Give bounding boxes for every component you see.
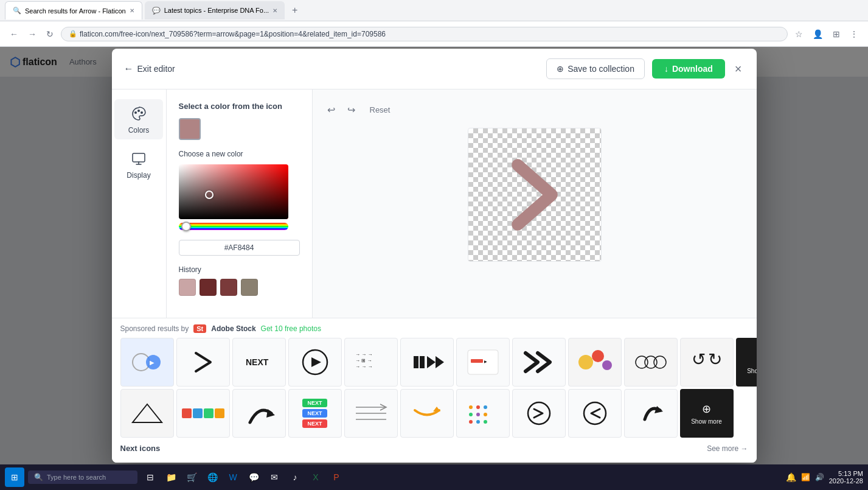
- download-button[interactable]: ↓ Download: [652, 59, 725, 79]
- history-title: History: [179, 265, 300, 274]
- thumb-r2-1[interactable]: [120, 389, 174, 438]
- svg-rect-14: [420, 356, 425, 368]
- thumbnail-row-1: ▶ NEXT → → → → ⊞ →: [120, 338, 748, 387]
- thumb-r2-9[interactable]: [568, 389, 622, 438]
- reset-button[interactable]: Reset: [365, 103, 395, 117]
- taskbar-time: 5:13 PM 2020-12-28: [829, 470, 863, 485]
- taskbar-icon-store[interactable]: 🛒: [182, 468, 201, 486]
- redo-button[interactable]: ↪: [345, 102, 358, 118]
- tab-bar: 🔍 Search results for Arrow - Flaticon ✕ …: [0, 0, 307, 21]
- header-right: ⊕ Save to collection ↓ Download ×: [546, 58, 744, 79]
- refresh-button[interactable]: ↻: [44, 27, 56, 41]
- start-button[interactable]: ⊞: [5, 467, 24, 487]
- thumb-1[interactable]: ▶: [120, 338, 174, 387]
- show-more-plus-icon-2: ⊕: [702, 402, 711, 416]
- taskbar-icon-chat[interactable]: 💬: [245, 468, 263, 486]
- svg-point-44: [584, 402, 606, 424]
- see-more-label: See more →: [707, 444, 748, 453]
- thumb-r2-4[interactable]: NEXT NEXT NEXT: [288, 389, 342, 438]
- tab-active[interactable]: 🔍 Search results for Arrow - Flaticon ✕: [5, 1, 142, 19]
- taskbar-icon-excel[interactable]: X: [307, 468, 325, 486]
- svg-marker-29: [266, 409, 275, 418]
- svg-point-34: [469, 405, 473, 409]
- save-label: Save to collection: [568, 64, 634, 74]
- preview-controls: ↩ ↪ Reset: [325, 102, 395, 118]
- picker-cursor: [205, 191, 214, 199]
- tab-inactive[interactable]: 💬 Latest topics - Enterprise DNA Fo... ✕: [145, 1, 285, 19]
- address-bar[interactable]: 🔒 flaticon.com/free-icon/next_709586?ter…: [61, 27, 788, 41]
- bottom-panel: Sponsored results by St Adobe Stock Get …: [112, 318, 757, 463]
- back-nav-button[interactable]: ←: [7, 27, 21, 41]
- new-tab-button[interactable]: +: [287, 2, 302, 18]
- thumb-9[interactable]: [568, 338, 622, 387]
- forward-nav-button[interactable]: →: [26, 27, 39, 41]
- save-to-collection-button[interactable]: ⊕ Save to collection: [546, 58, 645, 79]
- thumb-r2-5[interactable]: [344, 389, 398, 438]
- svg-point-43: [528, 402, 550, 424]
- thumb-3[interactable]: NEXT: [232, 338, 286, 387]
- thumb-8[interactable]: [512, 338, 566, 387]
- history-swatch-2[interactable]: [200, 279, 217, 296]
- close-modal-button[interactable]: ×: [732, 60, 745, 79]
- thumb-2[interactable]: [176, 338, 230, 387]
- show-more-card-2[interactable]: ⊕ Show more: [680, 389, 734, 438]
- thumb-7[interactable]: ▶: [456, 338, 510, 387]
- sidebar-item-display[interactable]: Display: [114, 144, 163, 184]
- search-icon: 🔍: [34, 473, 43, 481]
- exit-editor-button[interactable]: ← Exit editor: [124, 63, 175, 74]
- taskbar-icon-browser[interactable]: 🌐: [203, 468, 221, 486]
- taskbar-right: 🔔 📶 🔊 5:13 PM 2020-12-28: [786, 470, 863, 485]
- svg-point-2: [141, 111, 143, 114]
- selected-color-swatch[interactable]: [179, 118, 201, 140]
- free-photos-link[interactable]: Get 10 free photos: [261, 324, 321, 333]
- history-swatch-4[interactable]: [241, 279, 258, 296]
- thumb-r2-10[interactable]: [624, 389, 678, 438]
- svg-rect-18: [471, 359, 483, 363]
- profile-button[interactable]: 👤: [810, 27, 825, 41]
- svg-point-40: [469, 420, 473, 424]
- taskbar-icon-folder[interactable]: 📁: [162, 468, 180, 486]
- history-swatch-1[interactable]: [179, 279, 196, 296]
- see-more-link[interactable]: See more →: [707, 444, 748, 453]
- extensions-button[interactable]: ⊞: [830, 27, 842, 41]
- thumb-r2-8[interactable]: [512, 389, 566, 438]
- taskbar-icons: ⊟ 📁 🛒 🌐 W 💬 ✉ ♪ X P: [141, 468, 345, 486]
- undo-button[interactable]: ↩: [325, 102, 338, 118]
- taskbar-icon-task[interactable]: ⊟: [141, 468, 159, 486]
- sponsored-row: Sponsored results by St Adobe Stock Get …: [120, 324, 748, 333]
- thumb-r2-3[interactable]: [232, 389, 286, 438]
- palette-icon: [129, 104, 148, 124]
- save-icon: ⊕: [557, 64, 564, 74]
- svg-text:→ → →: → → →: [355, 352, 372, 357]
- more-options-button[interactable]: ⋮: [847, 27, 861, 41]
- sidebar-item-colors[interactable]: Colors: [114, 99, 163, 139]
- svg-marker-15: [427, 356, 436, 368]
- svg-point-42: [484, 420, 487, 424]
- thumb-r2-7[interactable]: [456, 389, 510, 438]
- taskbar-icon-office[interactable]: W: [224, 468, 242, 486]
- hue-slider[interactable]: [179, 223, 288, 230]
- thumb-10[interactable]: [624, 338, 678, 387]
- taskbar-notifications[interactable]: 🔔: [786, 472, 796, 482]
- history-swatch-3[interactable]: [220, 279, 237, 296]
- svg-rect-13: [414, 356, 418, 368]
- thumb-4[interactable]: [288, 338, 342, 387]
- color-gradient-picker[interactable]: [179, 164, 288, 219]
- taskbar-icon-music[interactable]: ♪: [286, 468, 304, 486]
- hex-input[interactable]: [179, 240, 300, 256]
- thumb-5[interactable]: → → → → ⊞ → → → →: [344, 338, 398, 387]
- thumb-r2-2[interactable]: [176, 389, 230, 438]
- thumb-6[interactable]: [400, 338, 454, 387]
- taskbar-icon-ppt[interactable]: P: [327, 468, 345, 486]
- display-label: Display: [127, 171, 150, 180]
- thumb-11[interactable]: ↺ ↻: [680, 338, 734, 387]
- bookmark-button[interactable]: ☆: [793, 27, 805, 41]
- tab-close-icon-2[interactable]: ✕: [273, 7, 277, 14]
- tab-close-icon[interactable]: ✕: [130, 7, 134, 14]
- taskbar-wifi: 📶: [801, 473, 810, 481]
- show-more-card[interactable]: ⊕ Show more: [736, 338, 757, 387]
- taskbar-volume: 🔊: [815, 473, 824, 481]
- taskbar-search[interactable]: 🔍 Type here to search: [28, 471, 137, 484]
- taskbar-icon-mail[interactable]: ✉: [265, 468, 283, 486]
- thumb-r2-6[interactable]: [400, 389, 454, 438]
